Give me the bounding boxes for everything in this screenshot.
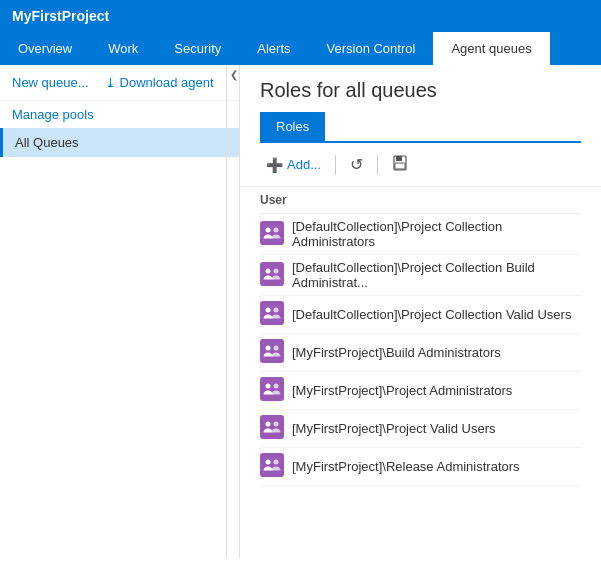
download-icon: ⤓: [105, 75, 116, 90]
content-header: Roles for all queues Roles: [240, 65, 601, 143]
save-icon: [392, 155, 408, 174]
svg-point-7: [266, 268, 271, 273]
table-header: User: [260, 187, 581, 214]
user-label: [DefaultCollection]\Project Collection A…: [292, 219, 581, 249]
page-title: Roles for all queues: [260, 79, 581, 102]
undo-button[interactable]: ↺: [344, 151, 369, 178]
tab-security[interactable]: Security: [156, 32, 239, 65]
main-layout: ❮ New queue... ⤓ Download agent Manage p…: [0, 65, 601, 558]
tab-alerts[interactable]: Alerts: [239, 32, 308, 65]
user-label: [DefaultCollection]\Project Collection V…: [292, 307, 571, 322]
toolbar-separator-1: [335, 155, 336, 175]
user-group-icon: [260, 453, 284, 480]
svg-point-17: [274, 384, 279, 389]
user-group-icon: [260, 377, 284, 404]
table-row[interactable]: [MyFirstProject]\Build Administrators: [260, 334, 581, 372]
content-area: Roles for all queues Roles ➕ Add... ↺: [240, 65, 601, 558]
svg-point-20: [274, 422, 279, 427]
sidebar-actions: New queue... ⤓ Download agent: [0, 65, 239, 101]
undo-icon: ↺: [350, 155, 363, 174]
user-group-icon: [260, 339, 284, 366]
svg-point-16: [266, 384, 271, 389]
nav-tabs: Overview Work Security Alerts Version Co…: [0, 32, 601, 65]
user-label: [MyFirstProject]\Build Administrators: [292, 345, 501, 360]
tab-work[interactable]: Work: [90, 32, 156, 65]
svg-rect-2: [395, 163, 405, 169]
app-title: MyFirstProject: [12, 8, 109, 24]
user-label: [MyFirstProject]\Release Administrators: [292, 459, 520, 474]
svg-point-23: [274, 460, 279, 465]
table-row[interactable]: [DefaultCollection]\Project Collection V…: [260, 296, 581, 334]
svg-rect-12: [260, 339, 284, 363]
svg-point-10: [266, 308, 271, 313]
toolbar-separator-2: [377, 155, 378, 175]
tab-overview[interactable]: Overview: [0, 32, 90, 65]
add-button[interactable]: ➕ Add...: [260, 153, 327, 177]
svg-point-5: [274, 227, 279, 232]
svg-rect-15: [260, 377, 284, 401]
table-row[interactable]: [MyFirstProject]\Release Administrators: [260, 448, 581, 486]
svg-rect-6: [260, 262, 284, 286]
svg-point-22: [266, 460, 271, 465]
svg-rect-1: [396, 156, 402, 161]
user-group-icon: [260, 262, 284, 289]
user-label: [DefaultCollection]\Project Collection B…: [292, 260, 581, 290]
add-icon: ➕: [266, 157, 283, 173]
new-queue-button[interactable]: New queue...: [12, 75, 89, 90]
tab-version-control[interactable]: Version Control: [309, 32, 434, 65]
rows-container: [DefaultCollection]\Project Collection A…: [260, 214, 581, 486]
download-agent-button[interactable]: ⤓ Download agent: [105, 75, 214, 90]
title-bar: MyFirstProject: [0, 0, 601, 32]
table-row[interactable]: [MyFirstProject]\Project Administrators: [260, 372, 581, 410]
tab-agent-queues[interactable]: Agent queues: [433, 32, 549, 65]
sidebar: ❮ New queue... ⤓ Download agent Manage p…: [0, 65, 240, 558]
table-area: User [DefaultCollection]\Project Collect…: [240, 187, 601, 486]
content-tabs: Roles: [260, 112, 581, 143]
svg-point-4: [266, 227, 271, 232]
svg-point-13: [266, 346, 271, 351]
collapse-arrow[interactable]: ❮: [226, 65, 240, 558]
user-label: [MyFirstProject]\Project Valid Users: [292, 421, 495, 436]
user-group-icon: [260, 221, 284, 248]
save-button[interactable]: [386, 151, 414, 178]
svg-rect-21: [260, 453, 284, 477]
table-row[interactable]: [MyFirstProject]\Project Valid Users: [260, 410, 581, 448]
svg-rect-9: [260, 301, 284, 325]
svg-point-11: [274, 308, 279, 313]
table-row[interactable]: [DefaultCollection]\Project Collection B…: [260, 255, 581, 296]
svg-point-19: [266, 422, 271, 427]
user-group-icon: [260, 415, 284, 442]
table-row[interactable]: [DefaultCollection]\Project Collection A…: [260, 214, 581, 255]
user-label: [MyFirstProject]\Project Administrators: [292, 383, 512, 398]
svg-point-14: [274, 346, 279, 351]
user-group-icon: [260, 301, 284, 328]
svg-rect-18: [260, 415, 284, 439]
manage-pools-link[interactable]: Manage pools: [0, 101, 239, 128]
toolbar: ➕ Add... ↺: [240, 143, 601, 187]
svg-point-8: [274, 268, 279, 273]
all-queues-item[interactable]: All Queues: [0, 128, 239, 157]
tab-roles[interactable]: Roles: [260, 112, 325, 141]
svg-rect-3: [260, 221, 284, 245]
